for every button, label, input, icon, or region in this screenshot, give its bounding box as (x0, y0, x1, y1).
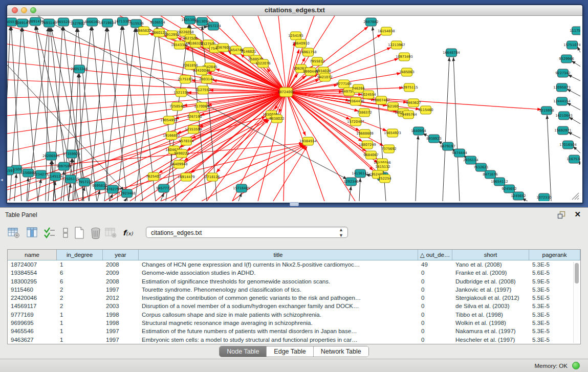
graph-node-label: 20206505 (42, 154, 60, 158)
graph-node-label: 5578314 (179, 139, 193, 143)
table-cell: Stergiakouli et al. (2012) (452, 294, 529, 302)
close-window-icon[interactable] (12, 7, 18, 13)
table-cell: Structural magnetic resonance image aver… (139, 319, 418, 327)
table-cell: 0 (418, 336, 452, 344)
table-row[interactable]: 911546021997Tourette syndrome. Phenomeno… (8, 286, 580, 294)
table-row[interactable]: 977716911998Corpus callosum shape and si… (8, 311, 580, 319)
table-cell: 0 (418, 319, 452, 327)
graph-node-label: 10688609 (356, 132, 374, 136)
panel-collapse-arrow-icon[interactable]: ◂ (1, 177, 3, 182)
graph-node-label: 1615132 (375, 165, 390, 169)
select-columns-button[interactable] (42, 225, 57, 240)
graph-node-label: 15718485 (233, 186, 250, 190)
citation-network-graph[interactable]: 1405572208914320891436269314010655287152… (7, 16, 580, 201)
memory-status-label: Memory: OK (534, 363, 568, 369)
table-cell: 1998 (103, 319, 139, 327)
network-window[interactable]: citations_edges.txt 14055722089143208914… (6, 4, 583, 204)
node-attribute-table[interactable]: namein_degreeyeartitle△ out_de…shortpage… (7, 249, 581, 344)
column-header-out-de-[interactable]: △ out_de… (418, 250, 452, 260)
column-header-short[interactable]: short (452, 250, 529, 260)
new-table-button[interactable] (72, 225, 87, 240)
delete-attribute-button[interactable] (88, 225, 103, 240)
table-cell: 5.5E-5 (529, 294, 580, 302)
graph-node-label: 16782759 (104, 187, 121, 191)
table-row[interactable]: 1872400712008Changes of HCN gene express… (8, 260, 580, 269)
table-cell: 1 (57, 327, 103, 335)
function-builder-button[interactable]: f (x) (121, 225, 136, 240)
column-header-year[interactable]: year (103, 250, 139, 260)
table-settings-button[interactable] (6, 225, 21, 240)
table-row[interactable]: 946554611997Estimation of the future num… (8, 327, 580, 335)
table-header-row[interactable]: namein_degreeyeartitle△ out_de…shortpage… (8, 250, 580, 260)
table-row[interactable]: 1456911722003Disruption of a novel membe… (8, 302, 580, 310)
table-row[interactable]: 1938455462009Genome-wide association stu… (8, 269, 580, 277)
column-header-title[interactable]: title (139, 250, 418, 260)
column-header-in-degree[interactable]: in_degree (57, 250, 103, 260)
table-cell: Jankovic et al. (1997) (452, 286, 529, 294)
table-vertical-scrollbar[interactable] (573, 262, 579, 343)
graph-node-label: 7625402 (146, 174, 161, 179)
graph-node-label: 6679197 (440, 144, 455, 148)
table-cell: 2012 (103, 294, 139, 302)
table-row[interactable]: 946362711997Embryonic stem cells: a mode… (8, 336, 580, 344)
tab-edge-table[interactable]: Edge Table (267, 346, 313, 357)
graph-node-label: 62160 (388, 104, 399, 108)
table-panel-header: Table Panel ✕ (0, 208, 588, 222)
table-cell: 2 (57, 286, 103, 294)
tab-node-table[interactable]: Node Table (220, 346, 267, 357)
table-cell: 2009 (103, 269, 139, 277)
column-chooser-button[interactable] (25, 225, 40, 240)
graph-node-label: 14136141 (352, 171, 369, 176)
table-type-tabs: Node TableEdge TableNetwork Table (0, 344, 588, 359)
graph-node-label: 991591 (7, 169, 15, 173)
table-row[interactable]: 2242004622012Investigating the contribut… (8, 294, 580, 302)
merge-rows-button[interactable] (58, 225, 73, 240)
dropdown-stepper-icon: ▲▼ (339, 227, 343, 238)
minimize-window-icon[interactable] (21, 7, 27, 13)
network-view-canvas[interactable]: 1405572208914320891436269314010655287152… (7, 16, 580, 201)
graph-node-label: 9227342 (555, 71, 570, 75)
tab-network-table[interactable]: Network Table (314, 346, 368, 357)
table-cell: 5.3E-5 (529, 311, 580, 319)
table-cell: 9463627 (8, 336, 57, 344)
panel-splitter-handle[interactable] (290, 202, 299, 206)
graph-node-label: 16543382 (171, 43, 188, 47)
graph-node-label: 18807249 (359, 143, 376, 147)
graph-node-label: 19166852 (163, 134, 180, 138)
network-window-titlebar[interactable]: citations_edges.txt (7, 5, 582, 16)
table-cell: 1 (57, 311, 103, 319)
table-body[interactable]: 1872400712008Changes of HCN gene express… (8, 260, 580, 344)
column-header-pagerank[interactable]: pagerank (529, 250, 580, 260)
table-cell: 2008 (103, 277, 139, 286)
graph-node-label: 3267190 (187, 115, 202, 119)
table-cell: 0 (418, 269, 452, 277)
table-cell: 1 (57, 260, 103, 269)
table-cell: 14569117 (8, 302, 57, 310)
window-resize-grip[interactable] (572, 193, 579, 200)
table-selector-dropdown[interactable]: citations_edges.txt ▲▼ (146, 227, 348, 238)
table-cell: 0 (418, 327, 452, 335)
graph-node-label: 1640954 (411, 129, 426, 133)
graph-node-label: 1527602 (70, 21, 85, 26)
graph-node-label: 7665822 (136, 29, 151, 33)
graph-node-label: 7386372 (357, 111, 372, 115)
zoom-window-icon[interactable] (30, 7, 36, 13)
close-panel-icon[interactable]: ✕ (574, 210, 581, 219)
window-title: citations_edges.txt (7, 5, 582, 15)
graph-node-label: 2718126 (205, 175, 220, 179)
graph-node-label: 2175183 (178, 77, 192, 81)
graph-node-label: 9097588 (56, 164, 71, 168)
graph-node-label: 74495764 (400, 113, 417, 117)
application-screen: ◂ citations_edges.txt (0, 0, 588, 372)
float-panel-icon[interactable] (557, 211, 565, 219)
graph-node-label: 16154838 (378, 29, 395, 33)
column-header-name[interactable]: name (8, 250, 57, 260)
table-cell: de Silva et al. (2003) (452, 302, 529, 310)
table-row[interactable]: 969969511998Structural magnetic resonanc… (8, 319, 580, 327)
table-cell: 2 (57, 302, 103, 310)
scrollbar-thumb[interactable] (575, 263, 579, 283)
table-cell: Embryonic stem cells: a model to study s… (139, 336, 418, 344)
memory-ok-indicator[interactable] (572, 362, 580, 369)
graph-node-label: 7515526 (128, 21, 143, 26)
table-row[interactable]: 1830029562008Estimation of significance … (8, 277, 580, 286)
